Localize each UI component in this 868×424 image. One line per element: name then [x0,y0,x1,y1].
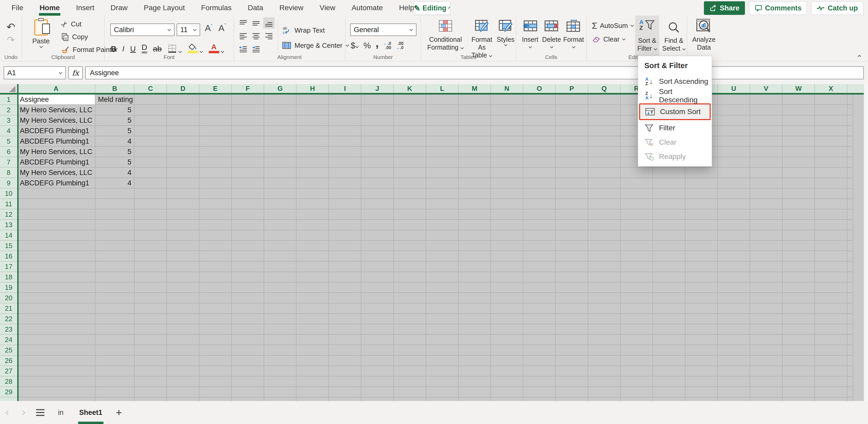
cell-M17[interactable] [459,262,491,272]
cell-N9[interactable] [491,178,523,189]
cell-F28[interactable] [232,377,264,387]
column-header-L[interactable]: L [426,84,459,93]
cell-E3[interactable] [199,116,232,126]
cell-D27[interactable] [167,366,199,377]
row-header-19[interactable]: 19 [0,283,17,293]
cell-A5[interactable]: ABCDEFG Plumbing1 [17,136,95,147]
menu-home[interactable]: Home [38,2,61,13]
cell-I1[interactable] [329,95,361,105]
name-box[interactable]: A1 [4,66,66,79]
cell-W17[interactable] [782,262,815,272]
cell-I3[interactable] [329,116,361,126]
cell-W1[interactable] [782,95,815,105]
cell-N19[interactable] [491,283,523,293]
cell-U12[interactable] [718,209,750,220]
cell-H25[interactable] [297,345,329,356]
cell-M30[interactable] [459,397,491,401]
cell-F24[interactable] [232,335,264,345]
analyze-data-button[interactable]: Analyze Data [691,18,717,51]
cell-B25[interactable] [95,345,134,356]
cell-Q9[interactable] [588,178,621,189]
cell-D6[interactable] [167,147,199,157]
cell-T13[interactable] [685,220,718,230]
cell-M22[interactable] [459,314,491,324]
cell-V13[interactable] [750,220,782,230]
conditional-formatting-button[interactable]: Conditional Formatting [425,18,466,51]
cell-U5[interactable] [718,136,750,147]
cell-V10[interactable] [750,189,782,199]
cell-P6[interactable] [556,147,588,157]
cell-V30[interactable] [750,397,782,401]
cell-E22[interactable] [199,314,232,324]
column-header-I[interactable]: I [329,84,361,93]
cell-T29[interactable] [685,387,718,397]
cell-H13[interactable] [297,220,329,230]
cell-A2[interactable]: My Hero Services, LLC [17,105,95,116]
cell-X27[interactable] [815,366,847,377]
font-name-select[interactable]: Calibri [110,24,175,36]
cell-R12[interactable] [621,209,653,220]
cell-K6[interactable] [394,147,426,157]
cell-E19[interactable] [199,283,232,293]
cell-O18[interactable] [523,272,556,283]
cell-Q20[interactable] [588,293,621,303]
cell-P16[interactable] [556,251,588,262]
cell-R11[interactable] [621,199,653,209]
cell-K16[interactable] [394,251,426,262]
cell-G12[interactable] [264,209,297,220]
cell-D19[interactable] [167,283,199,293]
cell-H11[interactable] [297,199,329,209]
cell-T10[interactable] [685,189,718,199]
cell-N5[interactable] [491,136,523,147]
cell-X9[interactable] [815,178,847,189]
cell-U26[interactable] [718,356,750,366]
row-header-6[interactable]: 6 [0,147,17,157]
cell-L12[interactable] [426,209,459,220]
cell-F19[interactable] [232,283,264,293]
cell-G13[interactable] [264,220,297,230]
format-cells-button[interactable]: Format [563,18,585,48]
cell-C30[interactable] [134,397,167,401]
cell-V25[interactable] [750,345,782,356]
cell-G19[interactable] [264,283,297,293]
cell-P9[interactable] [556,178,588,189]
decrease-font-size-button[interactable]: Aˇ [218,23,226,33]
autosum-button[interactable]: Σ AutoSum [592,19,634,32]
cell-Q7[interactable] [588,157,621,168]
cell-S9[interactable] [653,178,685,189]
cell-L22[interactable] [426,314,459,324]
cell-P10[interactable] [556,189,588,199]
cell-G14[interactable] [264,230,297,241]
share-button[interactable]: Share [704,1,745,15]
vertical-scrollbar[interactable] [864,84,868,407]
cell-F11[interactable] [232,199,264,209]
cell-C8[interactable] [134,168,167,178]
cell-W20[interactable] [782,293,815,303]
cell-T14[interactable] [685,230,718,241]
cell-W4[interactable] [782,126,815,136]
cell-X26[interactable] [815,356,847,366]
redo-icon[interactable]: ↷ [7,35,14,45]
cell-J5[interactable] [361,136,394,147]
cell-O11[interactable] [523,199,556,209]
cell-P3[interactable] [556,116,588,126]
menu-help[interactable]: Help [398,2,415,13]
cell-J3[interactable] [361,116,394,126]
cell-Q24[interactable] [588,335,621,345]
bold-button[interactable]: B [111,44,117,53]
cell-D30[interactable] [167,397,199,401]
cell-J6[interactable] [361,147,394,157]
cell-D23[interactable] [167,324,199,335]
percent-format-button[interactable]: % [364,41,371,51]
cell-R21[interactable] [621,303,653,314]
cell-K11[interactable] [394,199,426,209]
cell-V2[interactable] [750,105,782,116]
cell-X15[interactable] [815,241,847,251]
cell-A22[interactable] [17,314,95,324]
cell-O20[interactable] [523,293,556,303]
cell-H7[interactable] [297,157,329,168]
cell-T11[interactable] [685,199,718,209]
cell-W21[interactable] [782,303,815,314]
cell-L17[interactable] [426,262,459,272]
cell-L24[interactable] [426,335,459,345]
